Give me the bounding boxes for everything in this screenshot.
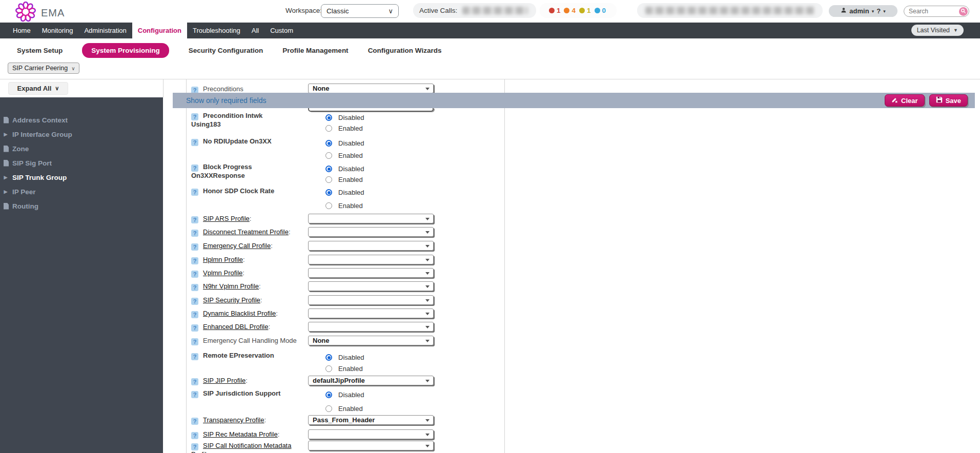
help-icon[interactable]: ?: [191, 338, 198, 345]
nav-item-configuration[interactable]: Configuration: [132, 23, 187, 38]
radio-precondition-intwkusing183-disabled[interactable]: Disabled: [325, 114, 364, 121]
select-sip-call-notification-metadata-profile[interactable]: [308, 441, 434, 450]
radio-button-icon[interactable]: [325, 365, 332, 372]
radio-button-icon[interactable]: [325, 176, 332, 183]
help-icon[interactable]: ?: [191, 271, 198, 278]
sidebar-item-zone[interactable]: Zone: [0, 141, 163, 156]
context-dropdown[interactable]: SIP Carrier Peering ∨: [8, 63, 79, 74]
help-icon[interactable]: ?: [191, 139, 198, 146]
show-required-link[interactable]: Show only required fields: [186, 96, 266, 105]
help-icon[interactable]: ?: [191, 216, 198, 223]
tab-configuration-wizards[interactable]: Configuration Wizards: [368, 43, 442, 58]
help-icon[interactable]: ?: [191, 113, 198, 120]
select-emergency-call-handling-mode[interactable]: None: [308, 336, 434, 345]
radio-button-icon[interactable]: [325, 125, 332, 132]
help-icon[interactable]: ?: [191, 311, 198, 318]
help-icon[interactable]: ?: [191, 284, 198, 291]
field-label-text[interactable]: Enhanced DBL Profile: [203, 323, 268, 331]
radio-button-icon[interactable]: [325, 202, 332, 209]
select-sip-ars-profile[interactable]: [308, 214, 434, 223]
radio-remote-epreservation-enabled[interactable]: Enabled: [325, 365, 363, 373]
radio-precondition-intwkusing183-enabled[interactable]: Enabled: [325, 125, 363, 132]
sidebar-item-sip-sig-port[interactable]: SIP Sig Port: [0, 156, 163, 170]
select-dynamic-blacklist-profile[interactable]: [308, 308, 434, 318]
field-label-text[interactable]: SIP JIP Profile: [203, 377, 246, 384]
sidebar-item-ip-interface-group[interactable]: ▶IP Interface Group: [0, 127, 163, 141]
sidebar-item-address-context[interactable]: Address Context: [0, 113, 163, 127]
workspace-select[interactable]: Classic ∨: [321, 4, 399, 18]
sidebar-item-sip-trunk-group[interactable]: ▶SIP Trunk Group: [0, 170, 163, 184]
radio-sip-jurisdiction-support-enabled[interactable]: Enabled: [325, 405, 363, 413]
radio-no-rdiupdate-on3xx-disabled[interactable]: Disabled: [325, 139, 364, 147]
select-sip-rec-metadata-profile[interactable]: [308, 429, 434, 439]
help-icon[interactable]: ?: [191, 164, 198, 172]
select-hplmn-profile[interactable]: [308, 255, 434, 264]
radio-block-progresson3xxresponse-enabled[interactable]: Enabled: [325, 176, 363, 183]
select-n9hr-vplmn-profile[interactable]: [308, 281, 434, 291]
help-icon[interactable]: ?: [191, 418, 198, 425]
select-sip-jip-profile[interactable]: defaultJipProfile: [308, 376, 434, 385]
search-input[interactable]: [904, 8, 955, 15]
nav-item-custom[interactable]: Custom: [264, 23, 299, 38]
radio-button-icon[interactable]: [325, 392, 332, 398]
select-enhanced-dbl-profile[interactable]: [308, 322, 434, 332]
last-visited-dropdown[interactable]: Last Visited ▼: [911, 25, 964, 36]
nav-item-administration[interactable]: Administration: [78, 23, 132, 38]
field-label-text[interactable]: Vplmn Profile: [203, 269, 242, 277]
field-label-text[interactable]: Hplmn Profile: [203, 256, 243, 263]
nav-item-troubleshooting[interactable]: Troubleshooting: [187, 23, 246, 38]
help-icon[interactable]: ?: [191, 298, 198, 305]
radio-button-icon[interactable]: [325, 189, 332, 196]
radio-remote-epreservation-disabled[interactable]: Disabled: [325, 354, 364, 361]
select-transparency-profile[interactable]: Pass_From_Header: [308, 415, 434, 425]
help-icon[interactable]: ?: [191, 443, 198, 450]
field-label-text[interactable]: SIP Call Notification Metadata Profile: [191, 442, 291, 453]
radio-button-icon[interactable]: [325, 152, 332, 159]
sidebar-item-ip-peer[interactable]: ▶IP Peer: [0, 184, 163, 199]
expand-all-button[interactable]: Expand All ∨: [8, 82, 68, 95]
sidebar-item-routing[interactable]: Routing: [0, 199, 163, 213]
tab-system-setup[interactable]: System Setup: [17, 43, 63, 58]
help-icon[interactable]: ?: [191, 378, 198, 385]
select-vplmn-profile[interactable]: [308, 268, 434, 278]
select-preconditions[interactable]: None: [308, 84, 434, 93]
clear-button[interactable]: Clear: [885, 94, 925, 107]
radio-honor-sdp-clock-rate-enabled[interactable]: Enabled: [325, 202, 363, 210]
nav-item-home[interactable]: Home: [7, 23, 36, 38]
help-menu[interactable]: ?: [876, 7, 881, 15]
tab-system-provisioning[interactable]: System Provisioning: [82, 43, 169, 58]
select-emergency-call-profile[interactable]: [308, 241, 434, 251]
nav-item-monitoring[interactable]: Monitoring: [36, 23, 79, 38]
help-icon[interactable]: ?: [191, 230, 198, 237]
field-label-text[interactable]: SIP ARS Profile: [203, 215, 250, 222]
field-label-text[interactable]: Emergency Call Profile: [203, 242, 271, 250]
help-icon[interactable]: ?: [191, 189, 198, 196]
radio-button-icon[interactable]: [325, 405, 332, 412]
nav-item-all[interactable]: All: [246, 23, 264, 38]
radio-button-icon[interactable]: [325, 354, 332, 361]
field-label-text[interactable]: N9hr Vplmn Profile: [203, 282, 259, 290]
help-icon[interactable]: ?: [191, 391, 198, 398]
field-label-text[interactable]: Dynamic Blacklist Profile: [203, 310, 276, 317]
radio-no-rdiupdate-on3xx-enabled[interactable]: Enabled: [325, 152, 363, 159]
help-icon[interactable]: ?: [191, 243, 198, 251]
field-label-text[interactable]: Transparency Profile: [203, 416, 264, 424]
field-label-text[interactable]: SIP Security Profile: [203, 296, 260, 304]
tab-profile-management[interactable]: Profile Management: [282, 43, 348, 58]
help-icon[interactable]: ?: [191, 432, 198, 439]
select-sip-security-profile[interactable]: [308, 295, 434, 305]
help-icon[interactable]: ?: [191, 324, 198, 332]
tab-security-configuration[interactable]: Security Configuration: [189, 43, 263, 58]
field-label-text[interactable]: SIP Rec Metadata Profile: [203, 430, 278, 438]
radio-sip-jurisdiction-support-disabled[interactable]: Disabled: [325, 391, 364, 399]
radio-button-icon[interactable]: [325, 114, 332, 121]
help-icon[interactable]: ?: [191, 257, 198, 264]
select-disconnect-treatment-profile[interactable]: [308, 227, 434, 237]
help-icon[interactable]: ?: [191, 353, 198, 360]
save-button[interactable]: Save: [929, 94, 968, 107]
radio-button-icon[interactable]: [325, 166, 332, 172]
radio-block-progresson3xxresponse-disabled[interactable]: Disabled: [325, 165, 364, 173]
radio-honor-sdp-clock-rate-disabled[interactable]: Disabled: [325, 189, 364, 196]
search-button[interactable]: [959, 7, 968, 16]
field-label-text[interactable]: Disconnect Treatment Profile: [203, 228, 289, 236]
